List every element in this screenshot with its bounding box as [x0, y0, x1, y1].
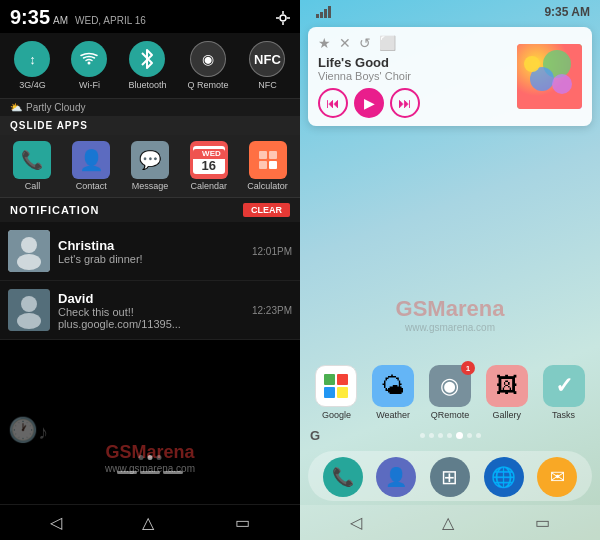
- dot-4: [447, 433, 452, 438]
- repeat-icon[interactable]: ↺: [359, 35, 371, 51]
- qslide-app-call[interactable]: 📞 Call: [4, 141, 61, 191]
- svg-rect-12: [316, 14, 319, 18]
- app-qremote[interactable]: ◉ 1 QRemote: [429, 365, 471, 420]
- dock-messages[interactable]: ✉: [537, 457, 577, 497]
- watermark-right: GSMarena www.gsmarena.com: [396, 295, 505, 332]
- app-icon-qremote: ◉ 1: [429, 365, 471, 407]
- quick-toggles: ↕ 3G/4G Wi-Fi B: [0, 33, 300, 99]
- qslide-apps: 📞 Call 👤 Contact 💬 Message WED: [0, 135, 300, 198]
- music-artist: Vienna Boys' Choir: [318, 70, 509, 82]
- home-button-left[interactable]: △: [142, 513, 154, 532]
- album-art: [517, 44, 582, 109]
- star-icon[interactable]: ★: [318, 35, 331, 51]
- toggle-nfc[interactable]: NFC NFC: [249, 41, 285, 90]
- toggle-label-qremote: Q Remote: [187, 80, 228, 90]
- browser-dock-icon: 🌐: [491, 465, 516, 489]
- settings-icon: [276, 11, 290, 25]
- dock-apps[interactable]: ⊞: [430, 457, 470, 497]
- recent-button-right[interactable]: ▭: [535, 513, 550, 532]
- notif-msg-david: Check this out!! plus.google.com/11395..…: [58, 306, 244, 330]
- app-icon-tasks: ✓: [543, 365, 585, 407]
- svg-point-10: [21, 296, 37, 312]
- dock-contacts[interactable]: 👤: [376, 457, 416, 497]
- google-icon: [322, 372, 350, 400]
- close-music-icon[interactable]: ✕: [339, 35, 351, 51]
- home-button-right[interactable]: △: [442, 513, 454, 532]
- notification-title: NOTIFICATION: [10, 204, 99, 216]
- apps-dock-icon: ⊞: [441, 465, 458, 489]
- notification-header: NOTIFICATION CLEAR: [0, 198, 300, 222]
- weather-app-icon: 🌤: [381, 372, 405, 400]
- dock: 📞 👤 ⊞ 🌐 ✉: [308, 451, 592, 501]
- toggle-icon-bluetooth: [129, 41, 165, 77]
- qslide-label-contact: Contact: [76, 181, 107, 191]
- brand-arena-right: arena: [446, 295, 505, 320]
- svg-point-19: [552, 74, 572, 94]
- dot-3: [438, 433, 443, 438]
- toggle-label-bluetooth: Bluetooth: [128, 80, 166, 90]
- app-label-google: Google: [322, 410, 351, 420]
- toggle-bluetooth[interactable]: Bluetooth: [128, 41, 166, 90]
- notif-name-david: David: [58, 291, 244, 306]
- dot-6: [467, 433, 472, 438]
- back-button-left[interactable]: ◁: [50, 513, 62, 532]
- qslide-app-calculator[interactable]: Calculator: [239, 141, 296, 191]
- music-title: Life's Good: [318, 55, 509, 70]
- qslide-label-call: Call: [25, 181, 41, 191]
- qslide-icon-call: 📞: [13, 141, 51, 179]
- svg-point-11: [17, 313, 41, 329]
- spacer: G: [581, 430, 590, 442]
- svg-point-7: [21, 237, 37, 253]
- qslide-app-message[interactable]: 💬 Message: [122, 141, 179, 191]
- g-letter: G: [310, 428, 320, 443]
- toggle-icon-wifi: [71, 41, 107, 77]
- app-label-weather: Weather: [376, 410, 410, 420]
- recent-button-left[interactable]: ▭: [235, 513, 250, 532]
- qslide-app-calendar[interactable]: WED 16 Calendar: [180, 141, 237, 191]
- toggle-wifi[interactable]: Wi-Fi: [71, 41, 107, 90]
- play-icon: ▶: [364, 95, 375, 111]
- svg-rect-13: [320, 12, 323, 18]
- expand-icon[interactable]: ⬜: [379, 35, 396, 51]
- app-icon-gallery: 🖼: [486, 365, 528, 407]
- app-weather[interactable]: 🌤 Weather: [372, 365, 414, 420]
- dock-browser[interactable]: 🌐: [484, 457, 524, 497]
- bluetooth-icon: [139, 48, 155, 70]
- next-button[interactable]: ⏭: [390, 88, 420, 118]
- svg-rect-21: [324, 374, 335, 385]
- music-card-actions: ★ ✕ ↺ ⬜: [318, 35, 509, 51]
- toggle-label-3g4g: 3G/4G: [19, 80, 46, 90]
- app-tasks[interactable]: ✓ Tasks: [543, 365, 585, 420]
- notification-christina[interactable]: Christina Let's grab dinner! 12:01PM: [0, 222, 300, 281]
- app-icon-weather: 🌤: [372, 365, 414, 407]
- app-google[interactable]: Google: [315, 365, 357, 420]
- app-label-tasks: Tasks: [552, 410, 575, 420]
- qslide-label-calendar: Calendar: [191, 181, 228, 191]
- qslide-app-contact[interactable]: 👤 Contact: [63, 141, 120, 191]
- app-gallery[interactable]: 🖼 Gallery: [486, 365, 528, 420]
- gallery-app-icon: 🖼: [496, 373, 518, 399]
- toggle-3g4g[interactable]: ↕ 3G/4G: [14, 41, 50, 90]
- svg-point-5: [88, 62, 91, 65]
- status-bar-left: 9:35 AM WED, APRIL 16: [0, 0, 300, 33]
- svg-rect-22: [337, 374, 348, 385]
- svg-point-0: [280, 15, 286, 21]
- wifi-icon: [79, 51, 99, 67]
- avatar-david: [8, 289, 50, 331]
- messages-dock-icon: ✉: [550, 466, 565, 488]
- notif-content-david: David Check this out!! plus.google.com/1…: [58, 291, 244, 330]
- dock-phone[interactable]: 📞: [323, 457, 363, 497]
- toggle-qremote[interactable]: ◉ Q Remote: [187, 41, 228, 90]
- notif-time-christina: 12:01PM: [252, 246, 292, 257]
- clear-button[interactable]: CLEAR: [243, 203, 290, 217]
- toggle-label-nfc: NFC: [258, 80, 277, 90]
- right-panel: 9:35 AM ★ ✕ ↺ ⬜ Life's Good Vienna Boys'…: [300, 0, 600, 540]
- notification-david[interactable]: David Check this out!! plus.google.com/1…: [0, 281, 300, 340]
- music-card: ★ ✕ ↺ ⬜ Life's Good Vienna Boys' Choir ⏮…: [308, 27, 592, 126]
- qremote-app-icon: ◉: [440, 373, 459, 399]
- prev-button[interactable]: ⏮: [318, 88, 348, 118]
- play-button[interactable]: ▶: [354, 88, 384, 118]
- music-controls: ⏮ ▶ ⏭: [318, 88, 509, 118]
- homescreen: GSMarena www.gsmarena.com Google: [300, 130, 600, 505]
- back-button-right[interactable]: ◁: [350, 513, 362, 532]
